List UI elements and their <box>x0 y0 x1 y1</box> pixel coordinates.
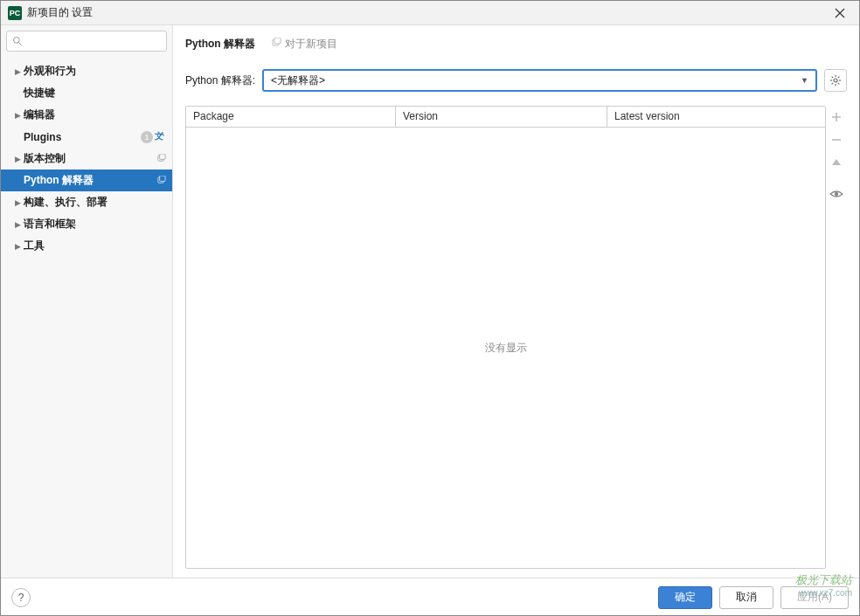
footer: ? 确定 取消 应用(A) <box>1 578 859 616</box>
svg-text:A: A <box>160 131 164 137</box>
column-latest[interactable]: Latest version <box>607 107 825 127</box>
page-title: Python 解释器 <box>185 37 255 52</box>
translate-icon: 文A <box>155 129 167 144</box>
sidebar-item-languages[interactable]: ▶ 语言和框架 <box>1 213 172 235</box>
copy-icon <box>155 154 167 163</box>
ok-button[interactable]: 确定 <box>658 586 712 609</box>
add-package-button[interactable] <box>829 109 844 125</box>
svg-point-0 <box>14 38 20 44</box>
packages-table-wrap: Package Version Latest version 没有显示 <box>185 106 847 569</box>
sidebar-item-label: Python 解释器 <box>24 173 155 188</box>
svg-line-1 <box>19 43 22 45</box>
upgrade-package-button[interactable] <box>829 155 844 170</box>
search-icon <box>12 36 23 46</box>
chevron-right-icon: ▶ <box>11 242 24 251</box>
triangle-up-icon <box>831 157 842 168</box>
table-header: Package Version Latest version <box>186 107 825 128</box>
svg-point-19 <box>835 192 838 196</box>
copy-icon <box>271 38 281 51</box>
interpreter-label: Python 解释器: <box>185 73 255 88</box>
close-icon <box>835 8 845 18</box>
sidebar-item-label: Plugins <box>24 131 141 143</box>
plugins-badge: 1 <box>141 131 153 143</box>
sidebar-item-label: 版本控制 <box>24 151 155 166</box>
empty-text: 没有显示 <box>485 341 527 356</box>
copy-icon <box>155 176 167 185</box>
main-area: ▶ 外观和行为 快捷键 ▶ 编辑器 Plugins 1 文A ▶ <box>1 25 859 578</box>
sidebar-item-label: 编辑器 <box>24 107 167 122</box>
sidebar-item-appearance[interactable]: ▶ 外观和行为 <box>1 60 172 82</box>
breadcrumb: Python 解释器 对于新项目 <box>185 34 847 53</box>
window-title: 新项目的 设置 <box>27 5 828 20</box>
settings-tree: ▶ 外观和行为 快捷键 ▶ 编辑器 Plugins 1 文A ▶ <box>1 57 172 260</box>
interpreter-settings-button[interactable] <box>824 69 847 92</box>
search-box[interactable] <box>6 31 167 52</box>
app-icon: PC <box>8 6 22 20</box>
page-subtitle: 对于新项目 <box>271 37 337 52</box>
svg-point-10 <box>834 79 837 82</box>
search-input[interactable] <box>26 35 161 47</box>
table-body: 没有显示 <box>186 128 825 568</box>
chevron-right-icon: ▶ <box>11 198 24 207</box>
sidebar-item-label: 语言和框架 <box>24 217 167 232</box>
svg-line-15 <box>832 77 834 79</box>
column-version[interactable]: Version <box>396 107 607 127</box>
svg-rect-5 <box>159 154 164 159</box>
sidebar-item-label: 外观和行为 <box>24 64 167 79</box>
sidebar-item-plugins[interactable]: Plugins 1 文A <box>1 126 172 148</box>
content-panel: Python 解释器 对于新项目 Python 解释器: <无解释器> ▼ <box>173 25 859 578</box>
sidebar-item-label: 构建、执行、部署 <box>24 195 167 210</box>
interpreter-value: <无解释器> <box>271 73 801 88</box>
svg-line-17 <box>838 77 840 79</box>
svg-rect-7 <box>159 176 164 181</box>
interpreter-select[interactable]: <无解释器> ▼ <box>262 69 817 92</box>
chevron-right-icon: ▶ <box>11 111 24 120</box>
plus-icon <box>831 112 842 122</box>
chevron-right-icon: ▶ <box>11 220 24 229</box>
help-icon: ? <box>18 592 24 604</box>
chevron-right-icon: ▶ <box>11 67 24 76</box>
chevron-right-icon: ▶ <box>11 155 24 163</box>
subtitle-text: 对于新项目 <box>285 37 337 52</box>
sidebar-item-tools[interactable]: ▶ 工具 <box>1 235 172 257</box>
help-button[interactable]: ? <box>11 588 31 607</box>
search-wrap <box>1 25 172 57</box>
sidebar-item-vcs[interactable]: ▶ 版本控制 <box>1 148 172 170</box>
table-side-buttons <box>826 106 847 569</box>
eye-icon <box>829 189 843 199</box>
apply-button[interactable]: 应用(A) <box>780 586 849 609</box>
svg-line-16 <box>838 83 840 85</box>
show-early-releases-button[interactable] <box>829 186 844 202</box>
sidebar-item-python-interpreter[interactable]: Python 解释器 <box>1 170 172 191</box>
titlebar: PC 新项目的 设置 <box>1 1 859 25</box>
sidebar-item-keymap[interactable]: 快捷键 <box>1 82 172 104</box>
chevron-down-icon: ▼ <box>801 76 808 85</box>
cancel-button[interactable]: 取消 <box>719 586 773 609</box>
sidebar-item-editor[interactable]: ▶ 编辑器 <box>1 104 172 126</box>
close-button[interactable] <box>828 3 852 24</box>
sidebar-item-build[interactable]: ▶ 构建、执行、部署 <box>1 191 172 213</box>
packages-table: Package Version Latest version 没有显示 <box>185 106 826 569</box>
sidebar: ▶ 外观和行为 快捷键 ▶ 编辑器 Plugins 1 文A ▶ <box>1 25 173 578</box>
svg-line-18 <box>832 83 834 85</box>
sidebar-item-label: 工具 <box>24 239 167 253</box>
minus-icon <box>831 135 842 145</box>
interpreter-row: Python 解释器: <无解释器> ▼ <box>185 69 847 92</box>
gear-icon <box>829 74 842 87</box>
sidebar-item-label: 快捷键 <box>24 86 167 100</box>
remove-package-button[interactable] <box>829 132 844 148</box>
svg-rect-9 <box>274 38 281 44</box>
column-package[interactable]: Package <box>186 107 396 127</box>
